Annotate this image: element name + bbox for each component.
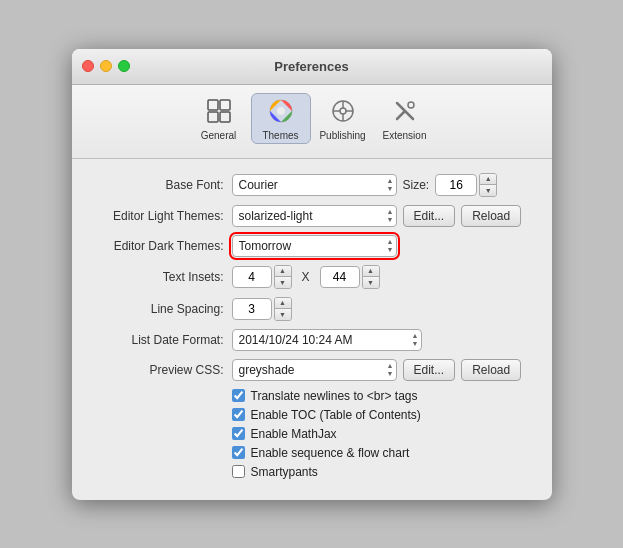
traffic-lights [82,60,130,72]
toolbar-item-general[interactable]: General [189,93,249,144]
base-font-label: Base Font: [92,178,232,192]
line-spacing-down[interactable]: ▼ [275,309,291,320]
editor-light-reload-button[interactable]: Reload [461,205,521,227]
preview-css-select[interactable]: greyshade [232,359,397,381]
text-insets-x2-down[interactable]: ▼ [363,277,379,288]
checkbox-smartypants-label: Smartypants [251,465,318,479]
text-insets-row: Text Insets: ▲ ▼ X ▲ ▼ [92,265,532,289]
preview-css-reload-button[interactable]: Reload [461,359,521,381]
editor-dark-select[interactable]: Tomorrow [232,235,397,257]
editor-light-select[interactable]: solarized-light [232,205,397,227]
preferences-content: Base Font: Courier Size: 16 ▲ ▼ [72,159,552,500]
publishing-icon [330,98,356,128]
window-title: Preferences [274,59,348,74]
extension-icon [392,98,418,128]
checkbox-toc-label: Enable TOC (Table of Contents) [251,408,421,422]
svg-rect-1 [220,100,230,110]
text-insets-control: ▲ ▼ X ▲ ▼ [232,265,532,289]
line-spacing-input[interactable] [232,298,272,320]
toolbar-item-extension[interactable]: Extension [375,93,435,144]
checkbox-sequence-label: Enable sequence & flow chart [251,446,410,460]
line-spacing-stepper: ▲ ▼ [232,297,292,321]
base-font-row: Base Font: Courier Size: 16 ▲ ▼ [92,173,532,197]
base-font-control: Courier Size: 16 ▲ ▼ [232,173,532,197]
text-insets-x2-up[interactable]: ▲ [363,266,379,277]
preview-css-edit-button[interactable]: Edit... [403,359,456,381]
list-date-row: List Date Format: 2014/10/24 10:24 AM [92,329,532,351]
themes-icon [268,98,294,128]
size-stepper: 16 ▲ ▼ [435,173,497,197]
checkbox-sequence[interactable] [232,446,245,459]
text-insets-x2-input[interactable] [320,266,360,288]
checkbox-row-mathjax: Enable MathJax [232,427,532,441]
checkbox-toc[interactable] [232,408,245,421]
text-insets-x2-arrows: ▲ ▼ [362,265,380,289]
x-label: X [298,270,314,284]
titlebar: Preferences [72,49,552,85]
general-icon [206,98,232,128]
editor-dark-control: Tomorrow [232,235,532,257]
checkbox-row-toc: Enable TOC (Table of Contents) [232,408,532,422]
toolbar-item-publishing[interactable]: Publishing [313,93,373,144]
checkbox-translate[interactable] [232,389,245,402]
line-spacing-row: Line Spacing: ▲ ▼ [92,297,532,321]
checkbox-row-sequence: Enable sequence & flow chart [232,446,532,460]
themes-label: Themes [262,130,298,141]
size-arrows: ▲ ▼ [479,173,497,197]
checkbox-row-smartypants: Smartypants [232,465,532,479]
editor-dark-row: Editor Dark Themes: Tomorrow [92,235,532,257]
editor-light-label: Editor Light Themes: [92,209,232,223]
size-label: Size: [403,178,430,192]
text-insets-x1-stepper: ▲ ▼ [232,265,292,289]
list-date-control: 2014/10/24 10:24 AM [232,329,532,351]
general-label: General [201,130,237,141]
checkbox-group: Translate newlines to <br> tags Enable T… [92,389,532,479]
list-date-label: List Date Format: [92,333,232,347]
toolbar-icons: General Themes [88,93,536,144]
checkbox-mathjax-label: Enable MathJax [251,427,337,441]
checkbox-smartypants[interactable] [232,465,245,478]
preview-css-select-wrapper: greyshade [232,359,397,381]
checkbox-mathjax[interactable] [232,427,245,440]
svg-rect-0 [208,100,218,110]
size-up-button[interactable]: ▲ [480,174,496,185]
editor-dark-select-wrapper: Tomorrow [232,235,397,257]
line-spacing-label: Line Spacing: [92,302,232,316]
svg-rect-2 [208,112,218,122]
preview-css-label: Preview CSS: [92,363,232,377]
close-button[interactable] [82,60,94,72]
preview-css-row: Preview CSS: greyshade Edit... Reload [92,359,532,381]
size-down-button[interactable]: ▼ [480,185,496,196]
toolbar: General Themes [72,85,552,159]
preferences-window: Preferences General [72,49,552,500]
text-insets-x1-arrows: ▲ ▼ [274,265,292,289]
svg-rect-3 [220,112,230,122]
text-insets-label: Text Insets: [92,270,232,284]
editor-light-select-wrapper: solarized-light [232,205,397,227]
text-insets-x2-stepper: ▲ ▼ [320,265,380,289]
base-font-select[interactable]: Courier [232,174,397,196]
list-date-select-wrapper: 2014/10/24 10:24 AM [232,329,422,351]
editor-light-row: Editor Light Themes: solarized-light Edi… [92,205,532,227]
text-insets-x1-input[interactable] [232,266,272,288]
svg-point-7 [340,108,346,114]
text-insets-x1-up[interactable]: ▲ [275,266,291,277]
svg-point-14 [408,102,414,108]
svg-line-13 [397,112,404,119]
size-input[interactable]: 16 [435,174,477,196]
editor-light-control: solarized-light Edit... Reload [232,205,532,227]
line-spacing-up[interactable]: ▲ [275,298,291,309]
toolbar-item-themes[interactable]: Themes [251,93,311,144]
list-date-select[interactable]: 2014/10/24 10:24 AM [232,329,422,351]
editor-light-edit-button[interactable]: Edit... [403,205,456,227]
minimize-button[interactable] [100,60,112,72]
text-insets-x1-down[interactable]: ▼ [275,277,291,288]
editor-dark-label: Editor Dark Themes: [92,239,232,253]
checkbox-translate-label: Translate newlines to <br> tags [251,389,418,403]
maximize-button[interactable] [118,60,130,72]
line-spacing-control: ▲ ▼ [232,297,532,321]
base-font-select-wrapper: Courier [232,174,397,196]
line-spacing-arrows: ▲ ▼ [274,297,292,321]
extension-label: Extension [383,130,427,141]
checkbox-row-translate: Translate newlines to <br> tags [232,389,532,403]
